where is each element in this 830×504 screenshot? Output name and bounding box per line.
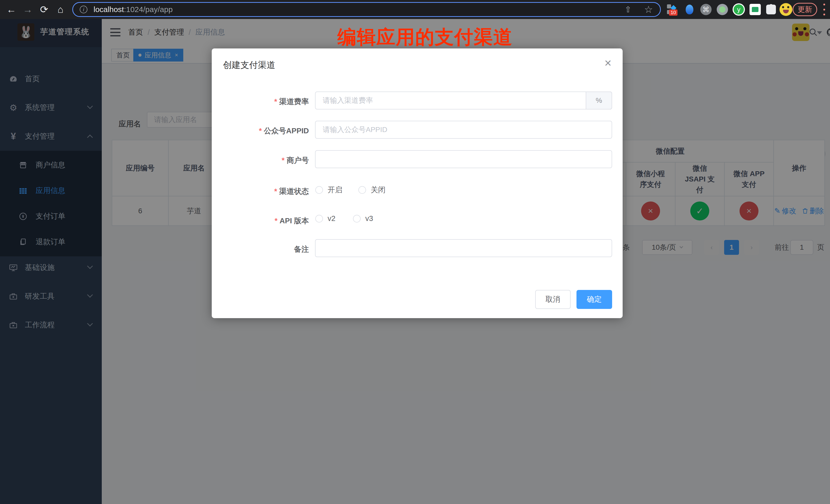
browser-back-icon[interactable]: ← bbox=[6, 0, 17, 19]
create-channel-dialog: 创建支付渠道 ✕ *渠道费率 % *公众号APPID *商户号 *渠道状态 开启… bbox=[212, 49, 622, 318]
screen: ← → ⟳ ⌂ i localhost:1024/pay/app ⇧ ☆ ◆ 1… bbox=[0, 0, 830, 504]
share-icon[interactable]: ⇧ bbox=[620, 0, 636, 19]
browser-profile-avatar[interactable] bbox=[779, 0, 793, 19]
extension-dot-icon[interactable] bbox=[715, 0, 730, 19]
remark-input[interactable] bbox=[315, 239, 612, 257]
extension-pin-icon[interactable]: ◆ 10 bbox=[665, 0, 680, 19]
radio-circle-icon bbox=[353, 215, 361, 222]
annotation-text: 编辑应用的支付渠道 bbox=[337, 25, 513, 50]
extensions-puzzle-icon[interactable] bbox=[764, 0, 778, 19]
browser-forward-icon[interactable]: → bbox=[22, 0, 33, 19]
browser-home-icon[interactable]: ⌂ bbox=[55, 0, 66, 19]
cancel-button[interactable]: 取消 bbox=[535, 290, 571, 309]
radio-api-v2[interactable]: v2 bbox=[315, 214, 336, 223]
chrome-menu-icon[interactable] bbox=[823, 4, 825, 15]
api-version-label: *API 版本 bbox=[212, 216, 309, 226]
radio-circle-icon bbox=[315, 215, 323, 222]
channel-status-label: *渠道状态 bbox=[212, 186, 309, 197]
appid-input[interactable] bbox=[315, 121, 612, 139]
fee-rate-label: *渠道费率 bbox=[212, 97, 309, 107]
fee-rate-suffix: % bbox=[586, 92, 612, 109]
radio-circle-icon bbox=[358, 186, 366, 194]
radio-api-v3[interactable]: v3 bbox=[353, 214, 373, 223]
radio-status-open[interactable]: 开启 bbox=[315, 185, 343, 195]
extension-chat-icon[interactable] bbox=[748, 0, 762, 19]
extension-balloon-icon[interactable] bbox=[682, 0, 697, 19]
merchant-input[interactable] bbox=[315, 150, 612, 168]
radio-circle-icon bbox=[315, 186, 323, 194]
browser-toolbar: ← → ⟳ ⌂ i localhost:1024/pay/app ⇧ ☆ ◆ 1… bbox=[0, 0, 830, 19]
site-info-icon[interactable]: i bbox=[80, 6, 87, 13]
dialog-close-icon[interactable]: ✕ bbox=[604, 59, 612, 68]
radio-status-closed[interactable]: 关闭 bbox=[358, 185, 385, 195]
url-bar[interactable]: i localhost:1024/pay/app bbox=[72, 2, 661, 17]
chrome-update-button[interactable]: 更新 bbox=[793, 3, 817, 16]
bookmark-star-icon[interactable]: ☆ bbox=[641, 0, 656, 19]
confirm-button[interactable]: 确定 bbox=[576, 290, 612, 309]
extension-y-icon[interactable]: y bbox=[732, 0, 746, 19]
extension-command-icon[interactable]: ⌘ bbox=[699, 0, 713, 19]
dialog-title: 创建支付渠道 bbox=[223, 59, 275, 71]
url-text: localhost:1024/pay/app bbox=[94, 5, 173, 14]
remark-label: 备注 bbox=[212, 244, 309, 255]
browser-reload-icon[interactable]: ⟳ bbox=[38, 0, 50, 19]
appid-label: *公众号APPID bbox=[212, 126, 309, 136]
fee-rate-input[interactable] bbox=[315, 92, 612, 109]
merchant-label: *商户号 bbox=[212, 155, 309, 166]
